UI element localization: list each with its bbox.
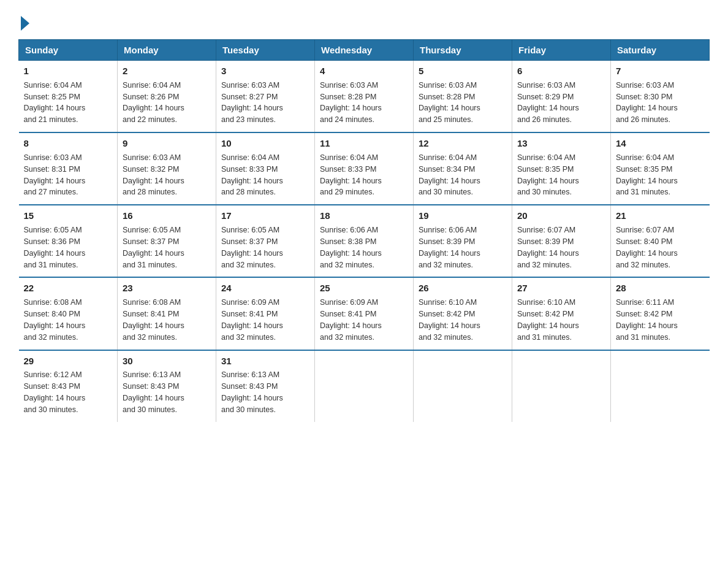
- day-number: 29: [24, 354, 113, 368]
- day-info: Sunrise: 6:09 AMSunset: 8:41 PMDaylight:…: [221, 298, 283, 342]
- day-info: Sunrise: 6:07 AMSunset: 8:40 PMDaylight:…: [616, 226, 678, 269]
- calendar-cell: 2 Sunrise: 6:04 AMSunset: 8:26 PMDayligh…: [118, 61, 216, 133]
- calendar-cell: 20 Sunrise: 6:07 AMSunset: 8:39 PMDaylig…: [512, 205, 611, 277]
- calendar-cell: 13 Sunrise: 6:04 AMSunset: 8:35 PMDaylig…: [512, 132, 611, 205]
- day-info: Sunrise: 6:05 AMSunset: 8:36 PMDaylight:…: [24, 226, 86, 269]
- day-number: 24: [221, 282, 309, 295]
- header-cell-thursday: Thursday: [414, 40, 512, 61]
- day-info: Sunrise: 6:10 AMSunset: 8:42 PMDaylight:…: [517, 298, 579, 342]
- logo-arrow-icon: [21, 16, 29, 31]
- day-info: Sunrise: 6:04 AMSunset: 8:25 PMDaylight:…: [24, 81, 86, 124]
- day-number: 7: [616, 64, 705, 78]
- day-number: 26: [419, 282, 507, 295]
- header-cell-monday: Monday: [118, 40, 216, 61]
- day-info: Sunrise: 6:04 AMSunset: 8:33 PMDaylight:…: [320, 153, 382, 197]
- day-info: Sunrise: 6:11 AMSunset: 8:42 PMDaylight:…: [616, 298, 678, 342]
- calendar-cell: 25 Sunrise: 6:09 AMSunset: 8:41 PMDaylig…: [315, 277, 414, 350]
- day-info: Sunrise: 6:04 AMSunset: 8:26 PMDaylight:…: [123, 81, 184, 124]
- day-info: Sunrise: 6:03 AMSunset: 8:27 PMDaylight:…: [221, 81, 283, 124]
- day-info: Sunrise: 6:04 AMSunset: 8:35 PMDaylight:…: [616, 153, 678, 197]
- day-number: 14: [616, 137, 705, 150]
- day-number: 10: [221, 137, 309, 150]
- day-number: 3: [221, 64, 309, 78]
- day-number: 25: [320, 282, 408, 295]
- day-info: Sunrise: 6:06 AMSunset: 8:39 PMDaylight:…: [419, 226, 480, 269]
- day-info: Sunrise: 6:13 AMSunset: 8:43 PMDaylight:…: [221, 370, 283, 414]
- day-info: Sunrise: 6:08 AMSunset: 8:41 PMDaylight:…: [123, 298, 184, 342]
- day-number: 2: [123, 64, 211, 78]
- week-row-5: 29 Sunrise: 6:12 AMSunset: 8:43 PMDaylig…: [19, 350, 710, 422]
- calendar-cell: 15 Sunrise: 6:05 AMSunset: 8:36 PMDaylig…: [19, 205, 118, 277]
- calendar-cell: 9 Sunrise: 6:03 AMSunset: 8:32 PMDayligh…: [118, 132, 216, 205]
- day-info: Sunrise: 6:03 AMSunset: 8:32 PMDaylight:…: [123, 153, 184, 197]
- calendar-cell: 17 Sunrise: 6:05 AMSunset: 8:37 PMDaylig…: [216, 205, 315, 277]
- calendar-cell: 16 Sunrise: 6:05 AMSunset: 8:37 PMDaylig…: [118, 205, 216, 277]
- day-number: 20: [517, 209, 605, 223]
- calendar-cell: 7 Sunrise: 6:03 AMSunset: 8:30 PMDayligh…: [611, 61, 710, 133]
- calendar-cell: 19 Sunrise: 6:06 AMSunset: 8:39 PMDaylig…: [414, 205, 512, 277]
- day-info: Sunrise: 6:04 AMSunset: 8:35 PMDaylight:…: [517, 153, 579, 197]
- day-number: 23: [123, 282, 211, 295]
- day-info: Sunrise: 6:03 AMSunset: 8:29 PMDaylight:…: [517, 81, 579, 124]
- day-number: 5: [419, 64, 507, 78]
- week-row-4: 22 Sunrise: 6:08 AMSunset: 8:40 PMDaylig…: [19, 277, 710, 350]
- calendar-cell: [315, 350, 414, 422]
- calendar-cell: 14 Sunrise: 6:04 AMSunset: 8:35 PMDaylig…: [611, 132, 710, 205]
- calendar-cell: 11 Sunrise: 6:04 AMSunset: 8:33 PMDaylig…: [315, 132, 414, 205]
- week-row-1: 1 Sunrise: 6:04 AMSunset: 8:25 PMDayligh…: [19, 61, 710, 133]
- calendar-cell: 21 Sunrise: 6:07 AMSunset: 8:40 PMDaylig…: [611, 205, 710, 277]
- calendar-cell: 4 Sunrise: 6:03 AMSunset: 8:28 PMDayligh…: [315, 61, 414, 133]
- day-info: Sunrise: 6:05 AMSunset: 8:37 PMDaylight:…: [221, 226, 283, 269]
- day-info: Sunrise: 6:06 AMSunset: 8:38 PMDaylight:…: [320, 226, 382, 269]
- day-info: Sunrise: 6:07 AMSunset: 8:39 PMDaylight:…: [517, 226, 579, 269]
- day-number: 12: [419, 137, 507, 150]
- day-info: Sunrise: 6:04 AMSunset: 8:34 PMDaylight:…: [419, 153, 480, 197]
- day-number: 28: [616, 282, 705, 295]
- calendar-cell: [512, 350, 611, 422]
- calendar-cell: 29 Sunrise: 6:12 AMSunset: 8:43 PMDaylig…: [19, 350, 118, 422]
- calendar-cell: [414, 350, 512, 422]
- day-info: Sunrise: 6:08 AMSunset: 8:40 PMDaylight:…: [24, 298, 86, 342]
- calendar-table: SundayMondayTuesdayWednesdayThursdayFrid…: [18, 39, 710, 422]
- calendar-cell: 24 Sunrise: 6:09 AMSunset: 8:41 PMDaylig…: [216, 277, 315, 350]
- day-number: 31: [221, 354, 309, 368]
- day-info: Sunrise: 6:03 AMSunset: 8:30 PMDaylight:…: [616, 81, 678, 124]
- calendar-cell: 6 Sunrise: 6:03 AMSunset: 8:29 PMDayligh…: [512, 61, 611, 133]
- day-number: 19: [419, 209, 507, 223]
- day-info: Sunrise: 6:05 AMSunset: 8:37 PMDaylight:…: [123, 226, 184, 269]
- day-number: 30: [123, 354, 211, 368]
- header-cell-wednesday: Wednesday: [315, 40, 414, 61]
- week-row-2: 8 Sunrise: 6:03 AMSunset: 8:31 PMDayligh…: [19, 132, 710, 205]
- calendar-cell: 22 Sunrise: 6:08 AMSunset: 8:40 PMDaylig…: [19, 277, 118, 350]
- day-info: Sunrise: 6:09 AMSunset: 8:41 PMDaylight:…: [320, 298, 382, 342]
- day-number: 1: [24, 64, 113, 78]
- header-row: SundayMondayTuesdayWednesdayThursdayFrid…: [19, 40, 710, 61]
- calendar-cell: 8 Sunrise: 6:03 AMSunset: 8:31 PMDayligh…: [19, 132, 118, 205]
- day-number: 27: [517, 282, 605, 295]
- day-info: Sunrise: 6:04 AMSunset: 8:33 PMDaylight:…: [221, 153, 283, 197]
- calendar-cell: 5 Sunrise: 6:03 AMSunset: 8:28 PMDayligh…: [414, 61, 512, 133]
- calendar-cell: 3 Sunrise: 6:03 AMSunset: 8:27 PMDayligh…: [216, 61, 315, 133]
- calendar-cell: 27 Sunrise: 6:10 AMSunset: 8:42 PMDaylig…: [512, 277, 611, 350]
- day-number: 4: [320, 64, 408, 78]
- calendar-cell: 31 Sunrise: 6:13 AMSunset: 8:43 PMDaylig…: [216, 350, 315, 422]
- calendar-cell: 10 Sunrise: 6:04 AMSunset: 8:33 PMDaylig…: [216, 132, 315, 205]
- calendar-cell: 1 Sunrise: 6:04 AMSunset: 8:25 PMDayligh…: [19, 61, 118, 133]
- day-number: 13: [517, 137, 605, 150]
- calendar-cell: 30 Sunrise: 6:13 AMSunset: 8:43 PMDaylig…: [118, 350, 216, 422]
- day-info: Sunrise: 6:10 AMSunset: 8:42 PMDaylight:…: [419, 298, 480, 342]
- day-number: 6: [517, 64, 605, 78]
- calendar-header: SundayMondayTuesdayWednesdayThursdayFrid…: [19, 40, 710, 61]
- header-cell-saturday: Saturday: [611, 40, 710, 61]
- day-number: 17: [221, 209, 309, 223]
- logo: [18, 12, 29, 28]
- header-cell-tuesday: Tuesday: [216, 40, 315, 61]
- day-number: 15: [24, 209, 113, 223]
- day-number: 18: [320, 209, 408, 223]
- header-cell-friday: Friday: [512, 40, 611, 61]
- day-number: 9: [123, 137, 211, 150]
- page-header: [18, 12, 710, 28]
- day-info: Sunrise: 6:03 AMSunset: 8:31 PMDaylight:…: [24, 153, 86, 197]
- week-row-3: 15 Sunrise: 6:05 AMSunset: 8:36 PMDaylig…: [19, 205, 710, 277]
- day-info: Sunrise: 6:03 AMSunset: 8:28 PMDaylight:…: [419, 81, 480, 124]
